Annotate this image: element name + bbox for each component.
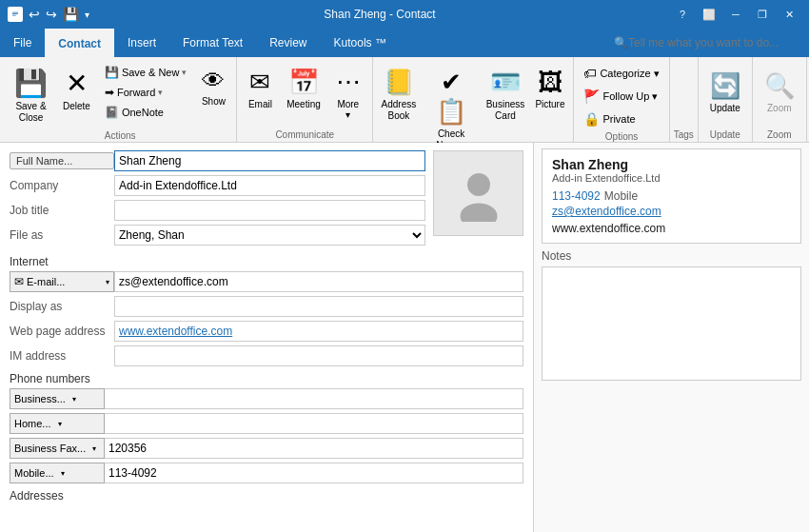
display-as-input[interactable]	[114, 296, 523, 317]
business-fax-input[interactable]	[105, 438, 523, 459]
business-card-button[interactable]: 🪪 BusinessCard	[482, 63, 528, 127]
home-phone-arrow: ▾	[58, 420, 62, 428]
business-phone-dropdown[interactable]: Business... ▾	[10, 388, 105, 409]
zoom-button[interactable]: 🔍 Zoom	[757, 67, 802, 124]
more-icon: ⋯	[336, 68, 361, 97]
zoom-icon: 🔍	[764, 71, 795, 101]
ribbon-search-input[interactable]	[628, 36, 799, 49]
svg-point-4	[467, 173, 490, 196]
web-page-label: Web page address	[10, 325, 114, 338]
show-button[interactable]: 👁 Show	[194, 63, 232, 120]
ribbon-toggle-button[interactable]: ⬜	[697, 5, 721, 24]
full-name-input[interactable]	[114, 150, 425, 171]
file-as-select[interactable]: Zheng, Shan	[114, 225, 425, 246]
tab-format-text[interactable]: Format Text	[169, 29, 256, 57]
email-label: Email	[248, 99, 272, 109]
picture-icon: 🖼	[538, 68, 562, 97]
top-form: Full Name... Company Job title File as	[10, 150, 425, 249]
undo-icon[interactable]: ↩	[29, 7, 40, 22]
company-input[interactable]	[114, 175, 425, 196]
card-name: Shan Zheng	[552, 157, 791, 172]
tab-kutools[interactable]: Kutools ™	[321, 29, 400, 57]
help-button[interactable]: ?	[670, 5, 695, 24]
forward-button[interactable]: ➡ Forward ▾	[99, 83, 193, 102]
svg-rect-3	[12, 15, 16, 16]
show-label: Show	[202, 96, 226, 107]
home-phone-input[interactable]	[105, 413, 523, 434]
forward-label: Forward	[117, 87, 155, 98]
update-button[interactable]: 🔄 Update	[702, 67, 748, 124]
home-phone-row: Home... ▾	[10, 413, 523, 434]
address-book-button[interactable]: 📒 AddressBook	[377, 63, 421, 127]
card-email[interactable]: zs@extendoffice.com	[552, 205, 791, 218]
notes-label: Notes	[542, 249, 801, 263]
save-close-icon: 💾	[14, 68, 48, 99]
tab-contact[interactable]: Contact	[45, 29, 114, 57]
restore-button[interactable]: ❐	[750, 5, 775, 24]
email-button[interactable]: ✉ Email	[241, 63, 279, 120]
update-group-label: Update	[702, 128, 748, 142]
home-phone-dropdown[interactable]: Home... ▾	[10, 413, 105, 434]
company-row: Company	[10, 175, 425, 196]
picture-button[interactable]: 🖼 Picture	[531, 63, 570, 120]
more-label: More ▾	[335, 99, 362, 120]
mobile-arrow: ▾	[61, 469, 65, 478]
save-new-button[interactable]: 💾 Save & New ▾	[99, 63, 193, 82]
private-button[interactable]: 🔒 Private	[578, 108, 664, 129]
picture-label: Picture	[535, 99, 564, 109]
tab-review[interactable]: Review	[256, 29, 320, 57]
business-phone-label: Business...	[14, 393, 66, 404]
phone-section-label: Phone numbers	[10, 372, 523, 385]
email-dropdown-label: E-mail...	[27, 276, 65, 287]
email-dropdown[interactable]: ✉ E-mail... ▾	[10, 271, 114, 292]
ribbon-group-update: 🔄 Update Update	[699, 57, 753, 142]
close-button[interactable]: ✕	[777, 5, 801, 24]
web-page-input[interactable]	[114, 321, 523, 342]
svg-rect-2	[12, 13, 18, 14]
private-icon: 🔒	[583, 111, 600, 127]
notes-section: Notes	[542, 249, 801, 384]
redo-icon[interactable]: ↪	[46, 7, 57, 22]
update-icon: 🔄	[710, 71, 740, 101]
job-title-input[interactable]	[114, 200, 425, 221]
follow-up-label: Follow Up ▾	[602, 90, 658, 103]
business-card-icon: 🪪	[490, 68, 521, 97]
business-fax-arrow: ▾	[92, 444, 96, 453]
top-section: Full Name... Company Job title File as	[10, 150, 523, 249]
follow-up-icon: 🚩	[583, 89, 600, 104]
more-button[interactable]: ⋯ More ▾	[328, 63, 368, 125]
categorize-button[interactable]: 🏷 Categorize ▾	[578, 63, 664, 84]
contact-photo[interactable]	[433, 150, 523, 236]
meeting-button[interactable]: 📅 Meeting	[281, 63, 326, 120]
business-fax-dropdown[interactable]: Business Fax... ▾	[10, 438, 105, 459]
ribbon-search: 🔍	[604, 29, 809, 57]
form-area: Full Name... Company Job title File as	[0, 143, 533, 532]
mobile-dropdown[interactable]: Mobile... ▾	[10, 463, 105, 483]
minimize-button[interactable]: ─	[723, 5, 748, 24]
categorize-icon: 🏷	[583, 66, 597, 81]
save-icon[interactable]: 💾	[63, 7, 79, 22]
categorize-label: Categorize ▾	[600, 68, 659, 80]
business-phone-input[interactable]	[105, 388, 523, 409]
mobile-label: Mobile...	[14, 467, 54, 479]
business-phone-arrow: ▾	[72, 395, 76, 404]
email-row: ✉ E-mail... ▾	[10, 271, 523, 292]
job-title-row: Job title	[10, 200, 425, 221]
business-card-label: BusinessCard	[486, 99, 525, 122]
tab-file[interactable]: File	[0, 29, 45, 57]
onenote-button[interactable]: 📓 OneNote	[99, 103, 193, 122]
mobile-input[interactable]	[105, 463, 523, 483]
person-silhouette-icon	[450, 165, 507, 222]
im-address-input[interactable]	[114, 345, 523, 366]
full-name-button[interactable]: Full Name...	[10, 152, 114, 169]
tab-insert[interactable]: Insert	[114, 29, 169, 57]
email-dropdown-arrow: ▾	[106, 278, 109, 286]
delete-button[interactable]: ✕ Delete	[56, 63, 97, 120]
email-input[interactable]	[114, 271, 523, 292]
full-name-row: Full Name...	[10, 150, 425, 171]
save-close-button[interactable]: 💾 Save &Close	[8, 63, 54, 128]
show-icon: 👁	[202, 68, 225, 94]
notes-input[interactable]	[542, 266, 801, 381]
follow-up-button[interactable]: 🚩 Follow Up ▾	[578, 86, 664, 107]
delete-icon: ✕	[66, 68, 88, 99]
